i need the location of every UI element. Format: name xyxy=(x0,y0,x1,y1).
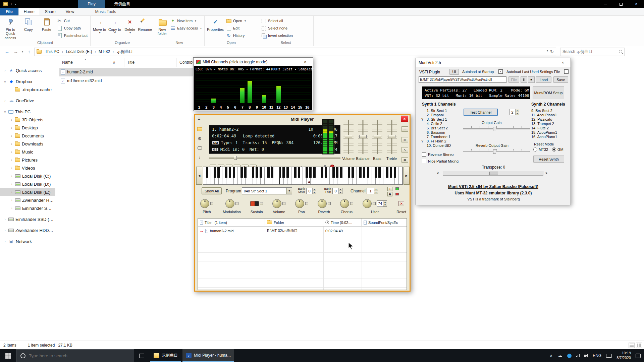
new-folder-button[interactable]: New folder xyxy=(156,16,169,39)
piano-black-key[interactable] xyxy=(313,167,316,178)
piano-black-key[interactable] xyxy=(390,167,392,178)
copy-path-button[interactable]: Copy path xyxy=(57,25,88,31)
bank-msb-spinner[interactable]: 0▲▼ xyxy=(306,188,316,194)
piano-black-key[interactable] xyxy=(229,167,231,178)
taskbar-app-explorer[interactable]: 示例曲目 xyxy=(150,349,181,362)
program-select[interactable]: 048 Str Sect 1▼ xyxy=(242,187,292,194)
spin-down[interactable]: ▼ xyxy=(383,203,387,206)
dll-path-field[interactable]: E:\MT-32\MidiP|ayer5\VST\MuntVsti\MuntVs… xyxy=(419,76,506,83)
knob-dial[interactable] xyxy=(272,199,281,208)
breadcrumb-item[interactable]: MT-32 xyxy=(97,49,112,55)
qat-customize-icon[interactable]: ▾ xyxy=(15,3,16,6)
piano-black-key[interactable] xyxy=(252,167,254,178)
sidebar-item[interactable]: ›Desktop xyxy=(0,124,55,132)
chevron-down-icon[interactable]: ▼ xyxy=(286,188,292,194)
piano-black-key[interactable] xyxy=(240,167,243,178)
file-row[interactable]: human2-2.mid xyxy=(59,68,197,76)
slider-thumb[interactable] xyxy=(374,135,381,138)
select-none-button[interactable]: Select none xyxy=(261,25,293,31)
file-button[interactable]: File xyxy=(508,76,519,83)
piano-black-key[interactable] xyxy=(271,167,273,178)
autoload-settings-checkbox[interactable] xyxy=(564,69,569,74)
recent-locations-dropdown[interactable]: ▾ xyxy=(20,48,25,56)
knob-dial[interactable] xyxy=(200,199,209,208)
notification-center-icon[interactable] xyxy=(636,354,641,358)
spin-up[interactable]: ▲ xyxy=(516,109,519,112)
pin-to-quick-access-button[interactable]: Pin to Quick access xyxy=(1,16,19,39)
spin-down[interactable]: ▼ xyxy=(339,191,342,194)
up-button[interactable]: ↑ xyxy=(25,48,34,56)
piano-black-key[interactable] xyxy=(359,167,362,178)
piano-black-key[interactable] xyxy=(348,167,350,178)
knob-dial[interactable] xyxy=(318,199,327,208)
tab-home[interactable]: Home xyxy=(18,8,40,15)
sidebar-item[interactable]: ›Local Disk (D:) xyxy=(0,180,55,188)
slider-track[interactable] xyxy=(343,120,354,154)
message-icon[interactable] xyxy=(196,144,203,151)
network-icon[interactable] xyxy=(576,354,580,357)
app-tray-icon[interactable] xyxy=(567,354,572,358)
knob-option-button[interactable] xyxy=(305,202,308,205)
reverb-output-gain-slider[interactable] xyxy=(463,149,530,154)
piano-black-key[interactable] xyxy=(225,167,227,178)
meter-view-button[interactable]: ▥ xyxy=(401,137,408,142)
radio-icon[interactable] xyxy=(552,147,556,152)
tab-view[interactable]: View xyxy=(61,8,79,15)
spin-up[interactable]: ▲ xyxy=(339,188,342,191)
piano-black-key[interactable] xyxy=(206,167,208,178)
output-gain-slider[interactable] xyxy=(463,126,530,131)
nice-partial-mixing-checkbox[interactable] xyxy=(422,159,426,163)
sustain-switch[interactable] xyxy=(250,201,259,206)
sidebar-item[interactable]: ›Documents xyxy=(0,132,55,140)
settings-gear-icon[interactable]: ⚙ xyxy=(196,135,203,142)
bank-lsb-spinner[interactable]: 0▲▼ xyxy=(332,188,342,194)
close-button[interactable]: × xyxy=(629,0,644,8)
piano-black-key[interactable] xyxy=(282,167,285,178)
search-icon[interactable] xyxy=(619,50,622,53)
chevron-right-icon[interactable]: › xyxy=(10,198,13,202)
chevron-right-icon[interactable]: › xyxy=(3,229,7,232)
piano-black-key[interactable] xyxy=(325,167,327,178)
chevron-down-icon[interactable]: ∨ xyxy=(3,110,7,114)
file-row[interactable]: m1theme-mt32.mid xyxy=(59,76,197,85)
knob-dial[interactable] xyxy=(295,199,304,208)
forward-button[interactable]: → xyxy=(11,48,20,56)
piano-black-key[interactable] xyxy=(244,167,247,178)
properties-button[interactable]: ✔ Properties xyxy=(206,16,225,39)
add-button[interactable]: + xyxy=(387,187,392,191)
chevron-right-icon[interactable]: › xyxy=(10,182,13,186)
sidebar-item[interactable]: .dropbox.cache xyxy=(0,85,55,94)
onedrive-cloud-icon[interactable]: ☁ xyxy=(557,353,562,359)
piano-black-key[interactable] xyxy=(233,167,235,178)
piano-black-key[interactable] xyxy=(217,167,220,178)
sidebar-item[interactable]: ›Downloads xyxy=(0,140,55,148)
slider-thumb[interactable] xyxy=(388,135,395,138)
piano-black-key[interactable] xyxy=(214,167,216,178)
start-button[interactable] xyxy=(0,349,16,362)
piano-black-key[interactable] xyxy=(294,167,297,178)
sidebar-item[interactable]: ›OneDrive xyxy=(0,97,55,105)
select-all-button[interactable]: Select all xyxy=(261,18,293,23)
clock[interactable]: 10:19 8/7/2020 xyxy=(616,351,631,360)
keyboard-view-button[interactable]: ▦ xyxy=(401,157,408,163)
sidebar-item[interactable]: ›Music xyxy=(0,148,55,156)
knob-option-button[interactable] xyxy=(328,202,331,205)
chevron-right-icon[interactable]: › xyxy=(3,99,7,103)
chevron-right-icon[interactable]: › xyxy=(3,218,7,221)
chevron-down-icon[interactable]: ∨ xyxy=(3,80,7,83)
spin-up[interactable]: ▲ xyxy=(374,188,378,191)
test-channel-spinner[interactable]: 2▲▼ xyxy=(509,109,519,115)
piano-black-key[interactable] xyxy=(309,167,312,178)
transpose-left-arrow[interactable]: < xyxy=(437,171,439,175)
chevron-right-icon[interactable]: › xyxy=(3,69,7,72)
paste-shortcut-button[interactable]: Paste shortcut xyxy=(57,33,88,38)
slider-thumb[interactable] xyxy=(493,149,496,154)
back-button[interactable]: ← xyxy=(3,48,11,56)
knob-value-spinner[interactable]: 74▲▼ xyxy=(377,200,387,207)
copy-to-button[interactable]: → Copy to xyxy=(107,16,122,39)
column-header-title[interactable]: Title xyxy=(124,58,177,67)
task-view-button[interactable] xyxy=(134,349,149,362)
munt-library-link[interactable]: Uses Munt MT-32 emulator library (2.3.0) xyxy=(416,191,571,195)
knob-dial[interactable] xyxy=(225,199,234,208)
spin-up[interactable]: ▲ xyxy=(313,188,316,191)
